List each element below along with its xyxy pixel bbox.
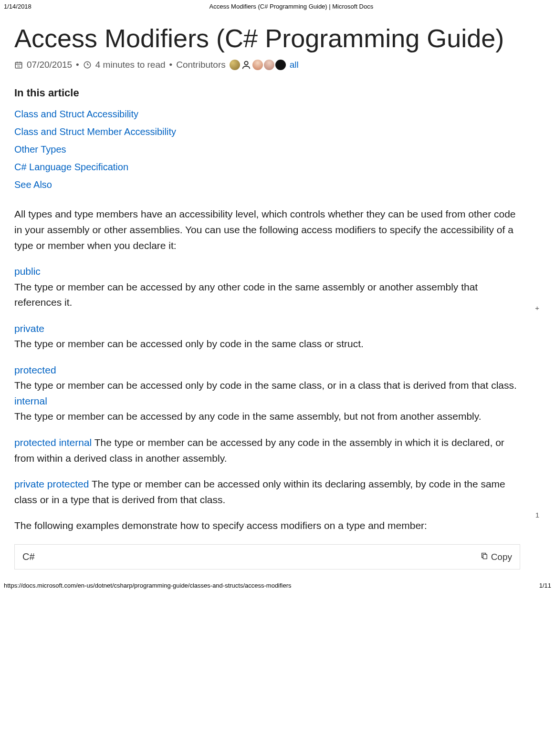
code-language-label: C# xyxy=(22,549,35,564)
print-date: 1/14/2018 xyxy=(4,2,31,11)
meta-row: 31 07/20/2015 • 4 minutes to read • Cont… xyxy=(14,58,520,72)
calendar-icon: 31 xyxy=(14,61,23,69)
intro-paragraph: All types and type members have an acces… xyxy=(14,207,520,253)
print-title: Access Modifiers (C# Programming Guide) … xyxy=(209,2,374,11)
print-page-number: 1/11 xyxy=(539,581,551,590)
svg-point-8 xyxy=(244,61,248,64)
code-header: C# Copy xyxy=(14,544,520,570)
copy-button[interactable]: Copy xyxy=(481,550,512,564)
svg-text:31: 31 xyxy=(17,64,21,67)
protected-internal-link[interactable]: protected internal xyxy=(14,437,92,448)
contributor-avatars xyxy=(230,60,286,70)
toc-link[interactable]: See Also xyxy=(14,179,52,190)
margin-plus: + xyxy=(535,302,539,313)
protected-desc: The type or member can be accessed only … xyxy=(14,380,517,391)
internal-link[interactable]: internal xyxy=(14,395,47,406)
internal-desc: The type or member can be accessed by an… xyxy=(14,411,482,422)
separator-dot: • xyxy=(169,58,173,72)
avatar[interactable] xyxy=(230,60,240,70)
protected-link[interactable]: protected xyxy=(14,364,56,375)
toc-heading: In this article xyxy=(14,85,520,101)
examples-intro: The following examples demonstrate how t… xyxy=(14,518,520,534)
modifier-private-protected: private protected The type or member can… xyxy=(14,476,520,507)
modifier-internal: internal The type or member can be acces… xyxy=(14,394,520,425)
public-link[interactable]: public xyxy=(14,266,41,277)
private-protected-link[interactable]: private protected xyxy=(14,478,89,489)
page-title: Access Modifiers (C# Programming Guide) xyxy=(14,23,520,54)
contributors-label: Contributors xyxy=(176,58,226,72)
print-url: https://docs.microsoft.com/en-us/dotnet/… xyxy=(4,581,292,590)
article-date: 07/20/2015 xyxy=(27,58,72,72)
copy-icon xyxy=(481,550,488,564)
private-link[interactable]: private xyxy=(14,323,44,334)
svg-rect-9 xyxy=(483,554,487,559)
avatar[interactable] xyxy=(241,60,251,70)
modifier-protected: protected The type or member can be acce… xyxy=(14,362,520,394)
main-content: Access Modifiers (C# Programming Guide) … xyxy=(0,23,534,570)
margin-one: 1 xyxy=(535,509,539,520)
clock-icon xyxy=(83,61,92,69)
toc-link[interactable]: Class and Struct Accessibility xyxy=(14,109,138,119)
in-this-article-nav: In this article Class and Struct Accessi… xyxy=(14,85,520,192)
copy-label: Copy xyxy=(491,550,512,564)
toc-link[interactable]: Class and Struct Member Accessibility xyxy=(14,126,176,137)
private-desc: The type or member can be accessed only … xyxy=(14,338,364,349)
public-desc: The type or member can be accessed by an… xyxy=(14,281,478,308)
toc-link[interactable]: Other Types xyxy=(14,144,66,155)
avatar[interactable] xyxy=(252,60,263,70)
toc-link[interactable]: C# Language Specification xyxy=(14,162,128,172)
modifier-private: private The type or member can be access… xyxy=(14,321,520,352)
print-header: 1/14/2018 Access Modifiers (C# Programmi… xyxy=(0,0,555,16)
modifier-public: public The type or member can be accesse… xyxy=(14,264,520,311)
contributors-all-link[interactable]: all xyxy=(290,58,299,72)
read-time: 4 minutes to read xyxy=(95,58,166,72)
print-footer: https://docs.microsoft.com/en-us/dotnet/… xyxy=(0,570,555,592)
modifier-protected-internal: protected internal The type or member ca… xyxy=(14,435,520,466)
avatar[interactable] xyxy=(275,60,286,70)
avatar[interactable] xyxy=(264,60,274,70)
separator-dot: • xyxy=(76,58,79,72)
